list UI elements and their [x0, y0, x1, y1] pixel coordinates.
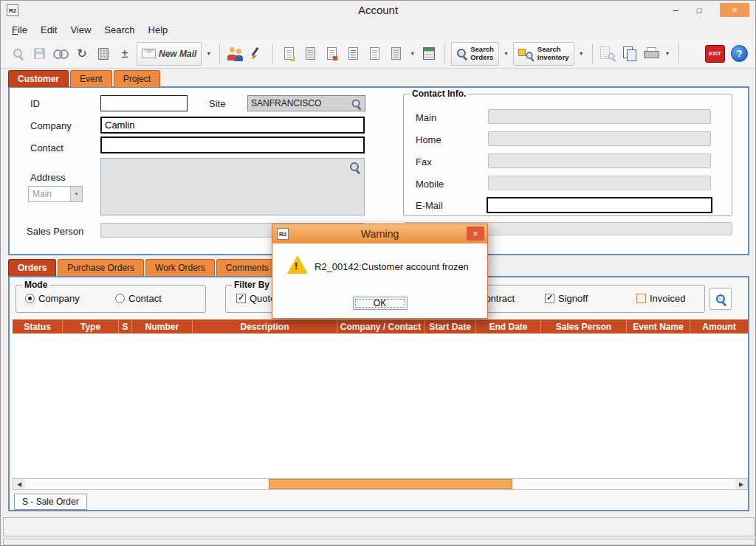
search-orders-label-line1: Search	[470, 46, 494, 53]
copy-button[interactable]	[620, 43, 639, 65]
mobile-field	[488, 176, 711, 190]
column-header-end-date[interactable]: End Date	[476, 319, 541, 334]
import-button[interactable]	[386, 43, 405, 65]
link-icon	[53, 49, 68, 58]
menu-item-help[interactable]: Help	[142, 21, 175, 38]
column-header-start-date[interactable]: Start Date	[425, 319, 476, 334]
signature-button[interactable]	[247, 43, 267, 65]
tab-work-orders[interactable]: Work Orders	[145, 259, 215, 276]
open-doc-icon	[306, 47, 315, 60]
column-header-sales-person[interactable]: Sales Person	[541, 319, 627, 334]
column-header-type[interactable]: Type	[63, 319, 119, 334]
address-type-select[interactable]: Main ▼	[28, 186, 83, 202]
link-button[interactable]	[51, 43, 70, 65]
preview-doc-icon	[600, 46, 616, 61]
site-button[interactable]	[94, 43, 113, 65]
filter-signoff-label: Signoff	[558, 293, 588, 304]
menu-item-edit[interactable]: Edit	[34, 21, 63, 38]
refresh-button[interactable]: ↻	[72, 43, 92, 65]
scroll-right-icon[interactable]: ▶	[735, 479, 747, 489]
dialog-title-bar[interactable]: R2 Warning ×	[272, 224, 487, 243]
checkbox-icon: ✓	[545, 294, 554, 303]
search-inventory-button[interactable]: Search Inventory	[513, 42, 574, 66]
print-dropdown-icon[interactable]: ▼	[663, 51, 673, 56]
search-icon	[13, 48, 24, 59]
email-label: E-Mail	[416, 200, 443, 211]
exit-button[interactable]: EXIT	[705, 45, 725, 63]
column-header-description[interactable]: Description	[193, 319, 337, 334]
tab-comments[interactable]: Comments	[216, 259, 278, 276]
contacts-button[interactable]	[226, 43, 245, 65]
search-orders-dropdown-icon[interactable]: ▼	[501, 51, 511, 56]
pen-icon	[250, 47, 264, 61]
tab-event[interactable]: Event	[70, 70, 112, 87]
report-button[interactable]	[322, 43, 341, 65]
address-label: Address	[30, 172, 66, 183]
company-label: Company	[30, 120, 72, 131]
column-header-s[interactable]: S	[119, 319, 132, 334]
tab-project[interactable]: Project	[114, 70, 160, 87]
scroll-left-icon[interactable]: ◀	[13, 479, 25, 489]
scrollbar-thumb[interactable]	[269, 479, 512, 489]
horizontal-scrollbar[interactable]: ◀ ▶	[13, 478, 748, 490]
column-header-number[interactable]: Number	[132, 319, 193, 334]
title-bar[interactable]: R2 Account – □ ×	[1, 1, 755, 20]
notes-button[interactable]	[343, 43, 362, 65]
column-header-status[interactable]: Status	[13, 319, 63, 334]
search-inventory-dropdown-icon[interactable]: ▼	[577, 51, 586, 56]
report-doc-icon	[327, 47, 337, 60]
tab-customer[interactable]: Customer	[8, 70, 69, 87]
menu-item-search[interactable]: Search	[97, 21, 141, 38]
orders-table-header: Status Type S Number Description Company…	[13, 319, 748, 334]
tab-purchase-orders[interactable]: Purchase Orders	[58, 259, 144, 276]
address-box[interactable]	[100, 158, 365, 215]
adjust-button[interactable]: ±	[115, 43, 134, 65]
site-value: SANFRANCISCO	[251, 98, 351, 108]
spreadsheet-button[interactable]	[419, 43, 439, 65]
home-phone-field	[488, 131, 711, 146]
maximize-button[interactable]: □	[690, 3, 708, 17]
save-button	[30, 43, 49, 65]
company-input[interactable]	[100, 117, 365, 134]
search-orders-button[interactable]: Search Orders	[451, 42, 499, 66]
site-field[interactable]: SANFRANCISCO	[247, 95, 365, 111]
filter-invoiced-checkbox[interactable]: Invoiced	[636, 293, 685, 304]
email-input[interactable]	[487, 197, 712, 213]
new-mail-button[interactable]: New Mail	[137, 42, 202, 66]
ok-button[interactable]: OK	[353, 297, 408, 310]
orders-table-body[interactable]	[13, 334, 748, 478]
documents-dropdown-icon[interactable]: ▼	[408, 51, 417, 56]
column-header-event-name[interactable]: Event Name	[627, 319, 690, 334]
filter-signoff-checkbox[interactable]: ✓ Signoff	[545, 293, 588, 304]
open-doc-button[interactable]	[300, 43, 320, 65]
site-lookup-icon[interactable]	[351, 98, 362, 108]
checkbox-icon: ✓	[236, 294, 246, 303]
tab-orders[interactable]: Orders	[8, 259, 56, 276]
advanced-search-button[interactable]	[709, 288, 732, 310]
mode-contact-radio[interactable]: Contact	[115, 293, 162, 304]
filter-quote-checkbox[interactable]: ✓ Quote	[236, 293, 275, 304]
menu-item-view[interactable]: View	[63, 21, 97, 38]
close-button[interactable]: ×	[720, 3, 749, 17]
minimize-button[interactable]: –	[667, 3, 684, 17]
toolbar-separator	[678, 44, 679, 64]
menu-item-file[interactable]: File	[5, 21, 34, 38]
new-doc-button[interactable]	[365, 43, 384, 65]
main-tabs: Customer Event Project	[8, 70, 160, 87]
scrollbar-track[interactable]	[25, 479, 735, 489]
save-icon	[34, 48, 45, 59]
new-mail-dropdown-icon[interactable]: ▼	[204, 51, 213, 56]
id-input[interactable]	[100, 95, 188, 111]
contact-input[interactable]	[100, 136, 365, 153]
export-button[interactable]	[279, 43, 298, 65]
address-lookup-icon[interactable]	[349, 162, 360, 173]
column-header-company-contact[interactable]: Company / Contact	[337, 319, 425, 334]
search-inventory-label-line1: Search	[537, 46, 569, 53]
dialog-close-button[interactable]: ×	[467, 227, 484, 241]
address-type-value: Main	[29, 187, 70, 201]
mode-company-radio[interactable]: Company	[25, 293, 80, 304]
print-button[interactable]	[642, 43, 661, 65]
chevron-down-icon[interactable]: ▼	[70, 187, 82, 201]
column-header-amount[interactable]: Amount	[690, 319, 748, 334]
help-button[interactable]: ?	[731, 45, 748, 62]
